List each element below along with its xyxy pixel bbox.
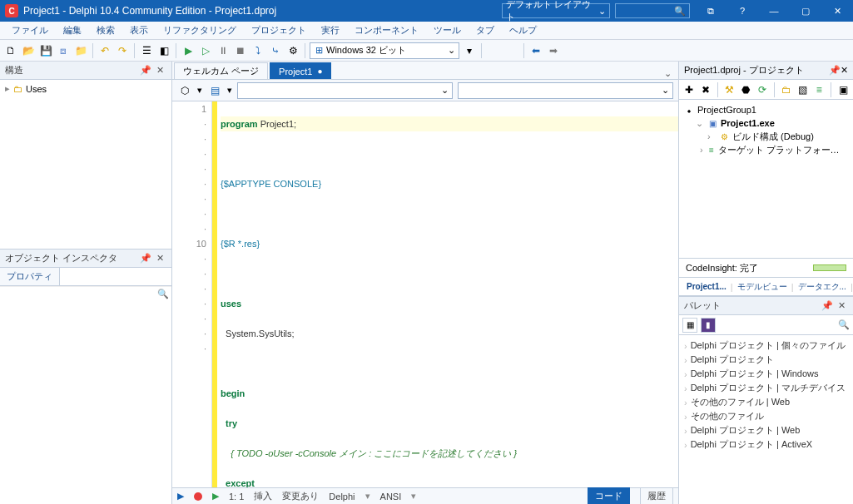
menu-edit[interactable]: 編集 xyxy=(57,22,88,39)
build-icon[interactable]: ▾ xyxy=(462,43,477,58)
pause-icon[interactable]: ⏸ xyxy=(216,43,231,58)
ide-search-box[interactable]: 🔍 xyxy=(615,3,690,18)
record-macro-icon[interactable] xyxy=(194,492,202,501)
palette-category-btn[interactable]: ▦ xyxy=(682,318,697,333)
pin-icon[interactable]: 📌 xyxy=(819,300,836,311)
run-icon[interactable]: ▶ xyxy=(181,43,196,58)
nav-fwd-icon[interactable]: ➡ xyxy=(546,43,561,58)
save-icon[interactable]: 💾 xyxy=(38,43,53,58)
platform-selector[interactable]: ⊞Windows 32 ビット ⌄ xyxy=(310,42,459,59)
menu-file[interactable]: ファイル xyxy=(5,22,55,39)
build-icon[interactable]: ⬣ xyxy=(739,82,752,97)
open-file-icon[interactable]: 📂 xyxy=(21,43,36,58)
target-platform-node[interactable]: ›≡ターゲット プラットフォーム (Windows 32 ビット) xyxy=(684,143,848,156)
code-view-tab[interactable]: コード xyxy=(588,487,630,504)
pin-icon[interactable]: 📌 xyxy=(137,253,154,264)
close-icon[interactable]: ✕ xyxy=(836,300,848,311)
palette-item[interactable]: ›その他のファイル | Web xyxy=(684,395,848,409)
code-editor[interactable]: 1 ········ 10 ······· program Project1; … xyxy=(172,101,678,487)
subtab-project[interactable]: Project1... xyxy=(682,279,731,294)
project-group-node[interactable]: ⬥ProjectGroup1 xyxy=(684,103,848,116)
search-icon[interactable]: 🔍 xyxy=(838,319,850,330)
class-combo[interactable]: ⌄ xyxy=(237,82,453,99)
tab-properties[interactable]: プロパティ xyxy=(0,268,60,285)
palette-item[interactable]: ›Delphi プロジェクト | Windows xyxy=(684,367,848,381)
layout-selector[interactable]: デフォルト レイアウト ⌄ xyxy=(502,3,610,18)
desktop-icon[interactable]: ⧉ xyxy=(695,0,727,22)
view-icon[interactable]: ◧ xyxy=(156,43,171,58)
collapse-icon[interactable]: ⌄ xyxy=(696,118,704,129)
nav-icon[interactable]: ▶ xyxy=(177,491,184,502)
remove-icon[interactable]: ✖ xyxy=(699,82,712,97)
play-macro-icon[interactable]: ▶ xyxy=(212,491,219,502)
project-exe-node[interactable]: ⌄▣Project1.exe xyxy=(684,116,848,130)
new-file-icon[interactable]: 🗋 xyxy=(3,43,18,58)
add-icon[interactable]: ✚ xyxy=(682,82,696,97)
menu-tools[interactable]: ツール xyxy=(427,22,468,39)
code-area[interactable]: program Project1; {$APPTYPE CONSOLE} {$R… xyxy=(217,101,678,487)
platform-icon: ≡ xyxy=(708,145,714,155)
gear-icon[interactable]: ⚙ xyxy=(285,43,300,58)
close-icon[interactable]: ✕ xyxy=(841,65,848,76)
chevron-down-icon[interactable]: ▾ xyxy=(197,85,202,96)
chevron-down-icon[interactable]: ▾ xyxy=(227,85,232,96)
menu-run[interactable]: 実行 xyxy=(315,22,346,39)
structure-node-uses[interactable]: ▸ 🗀 Uses xyxy=(5,83,166,94)
menu-view[interactable]: 表示 xyxy=(123,22,155,39)
tab-welcome[interactable]: ウェルカム ページ xyxy=(174,62,268,79)
app-logo-icon: C xyxy=(5,4,18,17)
sync-icon[interactable]: ⟳ xyxy=(756,82,769,97)
menu-refactor[interactable]: リファクタリング xyxy=(156,22,243,39)
help-button[interactable]: ? xyxy=(727,0,758,22)
palette-item[interactable]: ›Delphi プロジェクト | ActiveX xyxy=(684,437,848,452)
palette-list-btn[interactable]: ▮ xyxy=(701,318,716,333)
compile-icon[interactable]: ⚒ xyxy=(723,82,736,97)
palette-item[interactable]: ›その他のファイル xyxy=(684,409,848,423)
redo-icon[interactable]: ↷ xyxy=(115,43,130,58)
list-icon[interactable]: ☰ xyxy=(139,43,154,58)
build-config-node[interactable]: ›⚙ビルド構成 (Debug) xyxy=(684,130,848,143)
menu-component[interactable]: コンポーネント xyxy=(348,22,425,39)
subtab-model[interactable]: モデルビュー xyxy=(733,279,791,295)
close-icon[interactable]: ✕ xyxy=(154,65,166,76)
section-icon[interactable]: ▤ xyxy=(207,83,222,98)
stack-icon[interactable]: ≡ xyxy=(812,82,826,97)
open-project-icon[interactable]: 📁 xyxy=(73,43,88,58)
settings-icon[interactable]: ▣ xyxy=(836,82,850,97)
nav-back-icon[interactable]: ⬅ xyxy=(528,43,543,58)
minimize-button[interactable]: — xyxy=(758,0,790,22)
maximize-button[interactable]: ▢ xyxy=(790,0,821,22)
step-over-icon[interactable]: ⤵ xyxy=(250,43,265,58)
run-nostop-icon[interactable]: ▷ xyxy=(198,43,213,58)
subtab-data[interactable]: データエク... xyxy=(794,279,851,295)
menu-tab[interactable]: タブ xyxy=(469,22,501,39)
pin-icon[interactable]: 📌 xyxy=(137,65,154,76)
unit-icon[interactable]: ⬡ xyxy=(177,83,192,98)
step-into-icon[interactable]: ⤷ xyxy=(268,43,283,58)
undo-icon[interactable]: ↶ xyxy=(97,43,112,58)
folder-icon[interactable]: 🗀 xyxy=(780,82,793,97)
palette-item[interactable]: ›Delphi プロジェクト xyxy=(684,353,848,367)
close-button[interactable]: ✕ xyxy=(821,0,853,22)
tab-project1[interactable]: Project1● xyxy=(270,62,331,79)
palette-item[interactable]: ›Delphi プロジェクト | Web xyxy=(684,423,848,437)
palette-item[interactable]: ›Delphi プロジェクト | 個々のファイル xyxy=(684,338,848,353)
save-all-icon[interactable]: ⧈ xyxy=(56,43,71,58)
expand-icon[interactable]: › xyxy=(700,145,705,155)
chevron-down-icon: ⌄ xyxy=(448,45,455,56)
menu-help[interactable]: ヘルプ xyxy=(503,22,543,39)
chevron-down-icon[interactable]: ▾ xyxy=(365,491,370,502)
pin-icon[interactable]: 📌 xyxy=(829,65,841,76)
chevron-down-icon[interactable]: ▾ xyxy=(411,491,416,502)
filter-icon[interactable]: ▧ xyxy=(796,82,810,97)
history-view-tab[interactable]: 履歴 xyxy=(640,487,673,504)
palette-item[interactable]: ›Delphi プロジェクト | マルチデバイス xyxy=(684,381,848,395)
close-icon[interactable]: ✕ xyxy=(154,253,166,264)
inspector-filter-input[interactable] xyxy=(0,287,155,300)
stop-icon[interactable]: ⏹ xyxy=(233,43,248,58)
expand-icon[interactable]: › xyxy=(707,131,716,141)
menu-project[interactable]: プロジェクト xyxy=(245,22,313,39)
chevron-down-icon[interactable]: ⌄ xyxy=(657,68,678,79)
menu-search[interactable]: 検索 xyxy=(90,22,122,39)
method-combo[interactable]: ⌄ xyxy=(458,82,673,99)
